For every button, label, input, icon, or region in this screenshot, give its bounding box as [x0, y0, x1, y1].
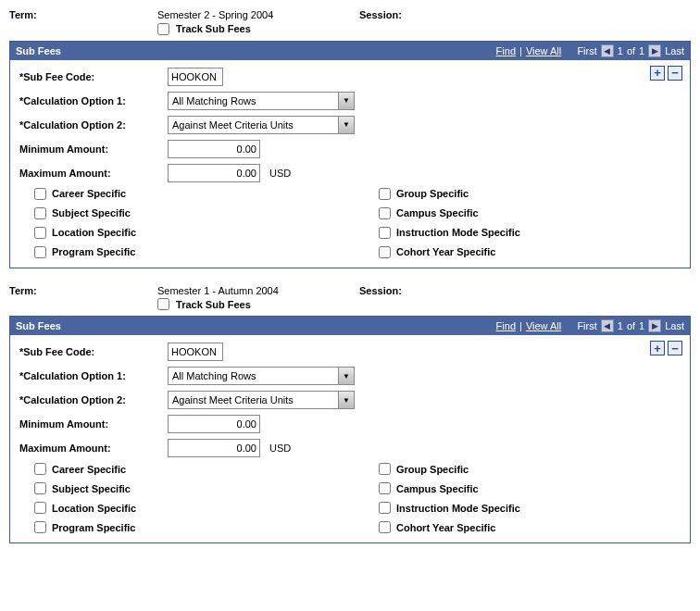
career-specific-checkbox[interactable] — [34, 463, 46, 475]
career-specific-label: Career Specific — [52, 464, 126, 475]
min-amount-input[interactable] — [168, 415, 260, 433]
sub-fee-code-input[interactable] — [168, 68, 223, 86]
group-specific-label: Group Specific — [396, 464, 469, 475]
nav-total: 1 — [639, 45, 644, 56]
calc-option-2-label: *Calculation Option 2: — [19, 394, 168, 405]
nav-first-label: First — [577, 320, 596, 331]
cohort-year-specific-checkbox[interactable] — [379, 521, 391, 533]
term-value: Semester 2 - Spring 2004 — [157, 9, 359, 20]
chevron-down-icon[interactable]: ▼ — [338, 93, 354, 109]
nav-of: of — [627, 45, 635, 56]
calc-option-2-select[interactable]: Against Meet Criteria Units ▼ — [168, 116, 355, 134]
max-amount-input[interactable] — [168, 439, 260, 457]
max-amount-label: Maximum Amount: — [19, 168, 168, 179]
nav-separator: | — [519, 320, 522, 331]
program-specific-label: Program Specific — [52, 246, 135, 257]
nav-prev-button[interactable]: ◀ — [601, 44, 614, 57]
subject-specific-label: Subject Specific — [52, 207, 131, 218]
currency-label: USD — [269, 168, 291, 179]
delete-row-button[interactable]: − — [668, 66, 682, 81]
nav-page: 1 — [618, 320, 623, 331]
location-specific-checkbox[interactable] — [34, 502, 46, 514]
location-specific-checkbox[interactable] — [34, 227, 46, 239]
campus-specific-checkbox[interactable] — [379, 207, 391, 219]
nav-last-label: Last — [665, 320, 684, 331]
nav-first-label: First — [577, 45, 596, 56]
campus-specific-label: Campus Specific — [396, 207, 479, 218]
chevron-down-icon[interactable]: ▼ — [338, 368, 354, 384]
campus-specific-label: Campus Specific — [396, 483, 479, 494]
location-specific-label: Location Specific — [52, 227, 136, 238]
section-title: Sub Fees — [16, 320, 61, 331]
term-label: Term: — [9, 285, 157, 296]
track-sub-fees-label: Track Sub Fees — [176, 299, 251, 310]
group-specific-checkbox[interactable] — [379, 463, 391, 475]
add-row-button[interactable]: + — [650, 341, 665, 355]
calc-option-1-select[interactable]: All Matching Rows ▼ — [168, 367, 355, 385]
track-sub-fees-checkbox[interactable] — [157, 23, 169, 35]
nav-total: 1 — [639, 320, 644, 331]
view-all-link[interactable]: View All — [526, 45, 561, 56]
min-amount-label: Minimum Amount: — [19, 143, 168, 155]
instruction-mode-specific-label: Instruction Mode Specific — [396, 227, 520, 238]
view-all-link[interactable]: View All — [526, 320, 561, 331]
max-amount-label: Maximum Amount: — [19, 443, 168, 454]
calc-option-1-label: *Calculation Option 1: — [19, 95, 168, 106]
group-specific-checkbox[interactable] — [379, 188, 391, 200]
section-title: Sub Fees — [16, 45, 61, 56]
calc-option-2-value: Against Meet Criteria Units — [169, 119, 338, 131]
nav-prev-button[interactable]: ◀ — [601, 319, 614, 332]
nav-next-button[interactable]: ▶ — [648, 44, 661, 57]
cohort-year-specific-label: Cohort Year Specific — [396, 246, 495, 257]
delete-row-button[interactable]: − — [668, 341, 682, 355]
program-specific-checkbox[interactable] — [34, 521, 46, 533]
cohort-year-specific-label: Cohort Year Specific — [396, 522, 495, 533]
min-amount-label: Minimum Amount: — [19, 418, 168, 430]
sub-fee-code-label: *Sub Fee Code: — [19, 71, 168, 82]
session-label: Session: — [359, 285, 402, 296]
instruction-mode-specific-checkbox[interactable] — [379, 227, 391, 239]
nav-next-button[interactable]: ▶ — [648, 319, 661, 332]
nav-last-label: Last — [665, 45, 684, 56]
nav-of: of — [627, 320, 635, 331]
currency-label: USD — [269, 443, 291, 454]
subject-specific-label: Subject Specific — [52, 483, 131, 494]
calc-option-2-select[interactable]: Against Meet Criteria Units ▼ — [168, 391, 355, 409]
campus-specific-checkbox[interactable] — [379, 482, 391, 494]
calc-option-1-label: *Calculation Option 1: — [19, 370, 168, 381]
cohort-year-specific-checkbox[interactable] — [379, 246, 391, 258]
instruction-mode-specific-label: Instruction Mode Specific — [396, 503, 520, 514]
program-specific-label: Program Specific — [52, 522, 135, 533]
term-label: Term: — [9, 9, 157, 20]
calc-option-1-select[interactable]: All Matching Rows ▼ — [168, 92, 355, 110]
track-sub-fees-checkbox[interactable] — [157, 298, 169, 310]
calc-option-2-label: *Calculation Option 2: — [19, 119, 168, 131]
calc-option-1-value: All Matching Rows — [169, 95, 338, 106]
instruction-mode-specific-checkbox[interactable] — [379, 502, 391, 514]
calc-option-2-value: Against Meet Criteria Units — [169, 394, 338, 405]
subject-specific-checkbox[interactable] — [34, 482, 46, 494]
group-specific-label: Group Specific — [396, 188, 469, 199]
find-link[interactable]: Find — [496, 320, 516, 331]
max-amount-input[interactable] — [168, 164, 260, 182]
track-sub-fees-label: Track Sub Fees — [176, 23, 251, 34]
calc-option-1-value: All Matching Rows — [169, 370, 338, 381]
sub-fee-code-input[interactable] — [168, 343, 223, 361]
chevron-down-icon[interactable]: ▼ — [338, 117, 354, 133]
min-amount-input[interactable] — [168, 140, 260, 158]
subject-specific-checkbox[interactable] — [34, 207, 46, 219]
program-specific-checkbox[interactable] — [34, 246, 46, 258]
location-specific-label: Location Specific — [52, 503, 136, 514]
find-link[interactable]: Find — [496, 45, 516, 56]
career-specific-label: Career Specific — [52, 188, 126, 199]
career-specific-checkbox[interactable] — [34, 188, 46, 200]
session-label: Session: — [359, 9, 402, 20]
term-value: Semester 1 - Autumn 2004 — [157, 285, 359, 296]
add-row-button[interactable]: + — [650, 66, 665, 81]
chevron-down-icon[interactable]: ▼ — [338, 392, 354, 408]
nav-page: 1 — [618, 45, 623, 56]
nav-separator: | — [519, 45, 522, 56]
sub-fee-code-label: *Sub Fee Code: — [19, 346, 168, 357]
